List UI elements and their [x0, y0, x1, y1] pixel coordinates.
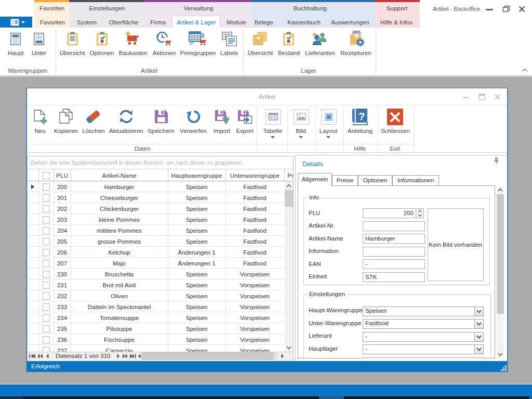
svg-text:?: ? — [358, 111, 365, 122]
